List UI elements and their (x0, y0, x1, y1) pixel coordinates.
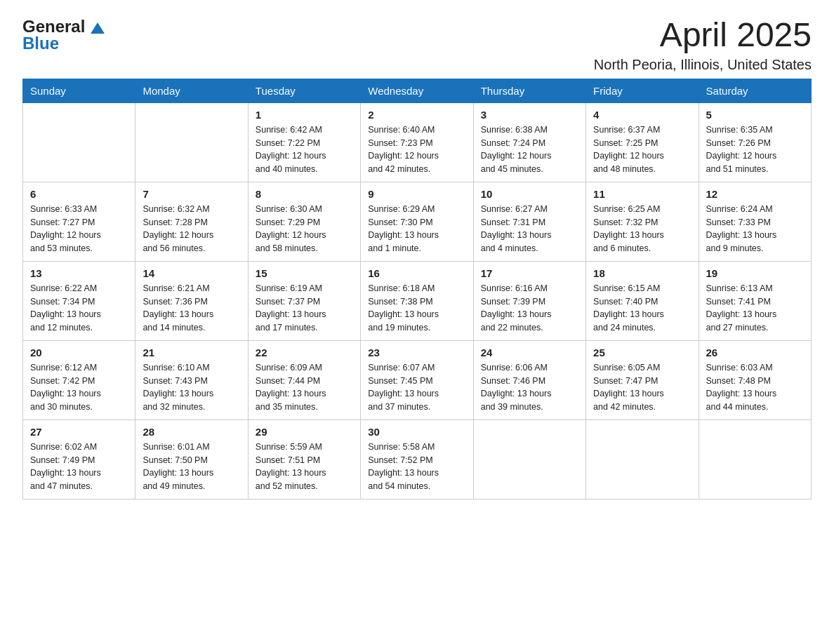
calendar-cell: 22Sunrise: 6:09 AMSunset: 7:44 PMDayligh… (248, 340, 360, 420)
calendar-cell: 1Sunrise: 6:42 AMSunset: 7:22 PMDaylight… (248, 102, 360, 182)
day-number: 10 (481, 188, 578, 200)
day-info: Sunrise: 6:07 AMSunset: 7:45 PMDaylight:… (368, 361, 465, 414)
svg-marker-0 (91, 22, 105, 34)
day-info: Sunrise: 6:03 AMSunset: 7:48 PMDaylight:… (706, 361, 804, 414)
day-number: 24 (481, 347, 578, 358)
day-info: Sunrise: 6:42 AMSunset: 7:22 PMDaylight:… (256, 123, 353, 176)
calendar-cell (699, 420, 811, 499)
calendar-cell: 3Sunrise: 6:38 AMSunset: 7:24 PMDaylight… (473, 102, 585, 182)
calendar-header-thursday: Thursday (473, 79, 585, 102)
calendar-cell: 26Sunrise: 6:03 AMSunset: 7:48 PMDayligh… (699, 340, 811, 420)
calendar-table: SundayMondayTuesdayWednesdayThursdayFrid… (22, 79, 812, 499)
calendar-cell: 12Sunrise: 6:24 AMSunset: 7:33 PMDayligh… (699, 182, 811, 261)
day-info: Sunrise: 5:59 AMSunset: 7:51 PMDaylight:… (256, 441, 353, 493)
day-info: Sunrise: 6:40 AMSunset: 7:23 PMDaylight:… (368, 123, 465, 176)
calendar-cell (473, 420, 585, 499)
day-number: 12 (706, 188, 804, 200)
day-number: 27 (30, 426, 128, 438)
day-number: 8 (256, 188, 353, 200)
day-number: 16 (368, 267, 465, 279)
day-info: Sunrise: 6:25 AMSunset: 7:32 PMDaylight:… (593, 203, 691, 255)
logo-blue-text: Blue (22, 34, 59, 53)
logo: General Blue (22, 17, 105, 53)
day-number: 25 (593, 347, 691, 358)
calendar-cell: 16Sunrise: 6:18 AMSunset: 7:38 PMDayligh… (361, 261, 473, 340)
day-info: Sunrise: 6:15 AMSunset: 7:40 PMDaylight:… (593, 282, 691, 335)
calendar-cell: 10Sunrise: 6:27 AMSunset: 7:31 PMDayligh… (473, 182, 585, 261)
calendar-week-row: 1Sunrise: 6:42 AMSunset: 7:22 PMDaylight… (23, 102, 812, 182)
day-info: Sunrise: 6:27 AMSunset: 7:31 PMDaylight:… (481, 203, 578, 255)
day-info: Sunrise: 6:10 AMSunset: 7:43 PMDaylight:… (143, 361, 240, 414)
day-number: 23 (368, 347, 465, 358)
calendar-cell: 28Sunrise: 6:01 AMSunset: 7:50 PMDayligh… (135, 420, 248, 499)
calendar-cell (135, 102, 248, 182)
calendar-header-row: SundayMondayTuesdayWednesdayThursdayFrid… (23, 79, 812, 102)
calendar-header-tuesday: Tuesday (248, 79, 360, 102)
calendar-header-sunday: Sunday (23, 79, 135, 102)
calendar-cell: 13Sunrise: 6:22 AMSunset: 7:34 PMDayligh… (23, 261, 135, 340)
day-info: Sunrise: 6:37 AMSunset: 7:25 PMDaylight:… (593, 123, 691, 176)
day-info: Sunrise: 6:12 AMSunset: 7:42 PMDaylight:… (30, 361, 128, 414)
day-number: 30 (368, 426, 465, 438)
calendar-header-monday: Monday (135, 79, 248, 102)
calendar-cell: 7Sunrise: 6:32 AMSunset: 7:28 PMDaylight… (135, 182, 248, 261)
calendar-week-row: 6Sunrise: 6:33 AMSunset: 7:27 PMDaylight… (23, 182, 812, 261)
day-info: Sunrise: 6:06 AMSunset: 7:46 PMDaylight:… (481, 361, 578, 414)
day-number: 15 (256, 267, 353, 279)
day-info: Sunrise: 6:29 AMSunset: 7:30 PMDaylight:… (368, 203, 465, 255)
day-number: 7 (143, 188, 240, 200)
day-info: Sunrise: 6:21 AMSunset: 7:36 PMDaylight:… (143, 282, 240, 335)
day-number: 1 (256, 109, 353, 121)
day-number: 18 (593, 267, 691, 279)
calendar-cell: 11Sunrise: 6:25 AMSunset: 7:32 PMDayligh… (586, 182, 699, 261)
day-number: 19 (706, 267, 804, 279)
calendar-cell: 17Sunrise: 6:16 AMSunset: 7:39 PMDayligh… (473, 261, 585, 340)
calendar-cell: 27Sunrise: 6:02 AMSunset: 7:49 PMDayligh… (23, 420, 135, 499)
calendar-week-row: 20Sunrise: 6:12 AMSunset: 7:42 PMDayligh… (23, 340, 812, 420)
day-info: Sunrise: 6:22 AMSunset: 7:34 PMDaylight:… (30, 282, 128, 335)
day-info: Sunrise: 6:38 AMSunset: 7:24 PMDaylight:… (481, 123, 578, 176)
title-area: April 2025 North Peoria, Illinois, Unite… (594, 17, 812, 73)
calendar-cell: 15Sunrise: 6:19 AMSunset: 7:37 PMDayligh… (248, 261, 360, 340)
calendar-cell (23, 102, 135, 182)
calendar-cell: 24Sunrise: 6:06 AMSunset: 7:46 PMDayligh… (473, 340, 585, 420)
day-number: 9 (368, 188, 465, 200)
day-info: Sunrise: 6:30 AMSunset: 7:29 PMDaylight:… (256, 203, 353, 255)
calendar-cell: 14Sunrise: 6:21 AMSunset: 7:36 PMDayligh… (135, 261, 248, 340)
calendar-cell: 8Sunrise: 6:30 AMSunset: 7:29 PMDaylight… (248, 182, 360, 261)
day-info: Sunrise: 6:18 AMSunset: 7:38 PMDaylight:… (368, 282, 465, 335)
calendar-cell: 29Sunrise: 5:59 AMSunset: 7:51 PMDayligh… (248, 420, 360, 499)
logo-triangle-icon (91, 21, 105, 35)
day-number: 22 (256, 347, 353, 358)
day-number: 5 (706, 109, 804, 121)
location-title: North Peoria, Illinois, United States (594, 57, 812, 73)
day-number: 4 (593, 109, 691, 121)
calendar-header-saturday: Saturday (699, 79, 811, 102)
day-info: Sunrise: 6:09 AMSunset: 7:44 PMDaylight:… (256, 361, 353, 414)
calendar-cell: 21Sunrise: 6:10 AMSunset: 7:43 PMDayligh… (135, 340, 248, 420)
calendar-cell: 4Sunrise: 6:37 AMSunset: 7:25 PMDaylight… (586, 102, 699, 182)
calendar-cell: 6Sunrise: 6:33 AMSunset: 7:27 PMDaylight… (23, 182, 135, 261)
calendar-week-row: 13Sunrise: 6:22 AMSunset: 7:34 PMDayligh… (23, 261, 812, 340)
day-number: 20 (30, 347, 128, 358)
day-number: 29 (256, 426, 353, 438)
day-number: 13 (30, 267, 128, 279)
calendar-cell: 30Sunrise: 5:58 AMSunset: 7:52 PMDayligh… (361, 420, 473, 499)
calendar-week-row: 27Sunrise: 6:02 AMSunset: 7:49 PMDayligh… (23, 420, 812, 499)
day-info: Sunrise: 6:35 AMSunset: 7:26 PMDaylight:… (706, 123, 804, 176)
calendar-cell: 23Sunrise: 6:07 AMSunset: 7:45 PMDayligh… (361, 340, 473, 420)
month-title: April 2025 (594, 17, 812, 54)
calendar-cell (586, 420, 699, 499)
day-number: 2 (368, 109, 465, 121)
day-number: 6 (30, 188, 128, 200)
day-info: Sunrise: 6:32 AMSunset: 7:28 PMDaylight:… (143, 203, 240, 255)
day-info: Sunrise: 6:05 AMSunset: 7:47 PMDaylight:… (593, 361, 691, 414)
day-info: Sunrise: 6:24 AMSunset: 7:33 PMDaylight:… (706, 203, 804, 255)
calendar-cell: 9Sunrise: 6:29 AMSunset: 7:30 PMDaylight… (361, 182, 473, 261)
day-number: 26 (706, 347, 804, 358)
calendar-header-friday: Friday (586, 79, 699, 102)
page-header: General Blue April 2025 North Peoria, Il… (22, 17, 812, 73)
day-number: 3 (481, 109, 578, 121)
day-info: Sunrise: 5:58 AMSunset: 7:52 PMDaylight:… (368, 441, 465, 493)
calendar-header-wednesday: Wednesday (361, 79, 473, 102)
